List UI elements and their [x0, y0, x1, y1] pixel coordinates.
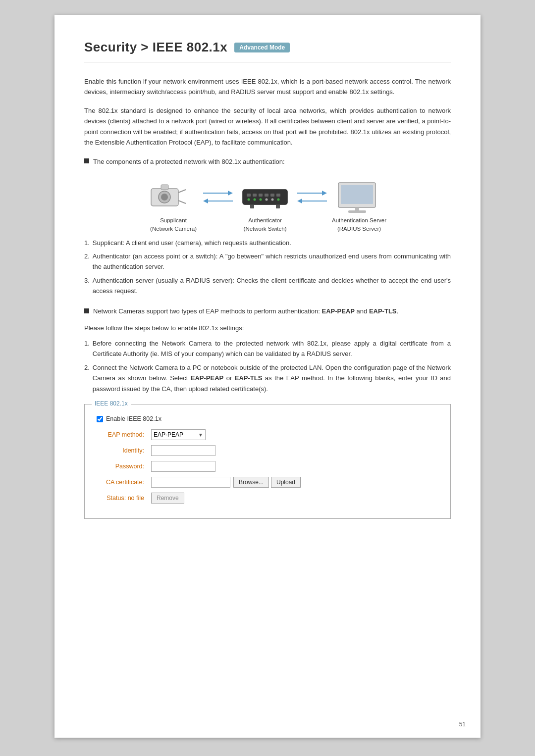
- supplicant-label: Supplicant (Network Camera): [150, 216, 197, 232]
- bullet-1-text: The components of a protected network wi…: [93, 157, 285, 167]
- bullet-square-icon-2: [84, 308, 89, 313]
- ca-cert-row: CA certificate: Browse... Upload: [97, 477, 438, 488]
- password-label: Password:: [97, 463, 151, 470]
- steps-intro: Please follow the steps below to enable …: [84, 323, 451, 333]
- status-row: Status: no file Remove: [97, 493, 438, 504]
- bullet-square-icon: [84, 158, 89, 163]
- diagram-container: Supplicant (Network Camera): [84, 179, 451, 232]
- identity-row: Identity:: [97, 445, 438, 456]
- page-header: Security > IEEE 802.1x Advanced Mode: [84, 40, 451, 62]
- list-item-2: 2. Authenticator (an access point or a s…: [84, 251, 451, 272]
- arrow-right-2: [297, 190, 327, 196]
- authserver-label: Authentication Server (RADIUS Server): [332, 216, 386, 232]
- browse-button[interactable]: Browse...: [233, 477, 269, 488]
- enable-label[interactable]: Enable IEEE 802.1x: [106, 415, 161, 422]
- switch-icon: [238, 179, 292, 213]
- identity-label: Identity:: [97, 447, 151, 454]
- ca-cert-input[interactable]: [151, 477, 230, 488]
- intro-paragraph-1: Enable this function if your network env…: [84, 76, 451, 98]
- chevron-down-icon: ▼: [198, 432, 203, 438]
- svg-rect-23: [355, 207, 359, 211]
- svg-rect-12: [276, 194, 280, 197]
- arrows-1: [203, 190, 233, 204]
- svg-line-4: [178, 190, 186, 193]
- ieee-box-title: IEEE 802.1x: [92, 400, 131, 407]
- advanced-mode-badge: Advanced Mode: [234, 43, 290, 52]
- intro-paragraph-2: The 802.1x standard is designed to enhan…: [84, 105, 451, 148]
- page-title: Security > IEEE 802.1x: [84, 40, 227, 55]
- diagram-auth-server: Authentication Server (RADIUS Server): [332, 179, 386, 232]
- ca-cert-label: CA certificate:: [97, 479, 151, 486]
- arrow-left-2: [297, 198, 327, 204]
- arrow-left-1: [203, 198, 233, 204]
- svg-point-17: [271, 199, 274, 201]
- svg-point-18: [277, 199, 280, 201]
- steps-list: 1. Before connecting the Network Camera …: [84, 338, 451, 394]
- svg-rect-22: [341, 185, 373, 204]
- svg-rect-9: [259, 194, 263, 197]
- svg-line-5: [178, 201, 186, 203]
- page-container: Security > IEEE 802.1x Advanced Mode Ena…: [54, 15, 481, 738]
- enable-checkbox[interactable]: [97, 416, 103, 422]
- arrow-right-1: [203, 190, 233, 196]
- svg-rect-10: [265, 194, 268, 197]
- svg-rect-11: [270, 194, 274, 197]
- svg-point-16: [266, 199, 268, 201]
- eap-bullet-text: Network Cameras support two types of EAP…: [93, 306, 398, 317]
- diagram-supplicant: Supplicant (Network Camera): [149, 179, 198, 232]
- password-row: Password:: [97, 461, 438, 472]
- upload-button[interactable]: Upload: [271, 477, 301, 488]
- svg-rect-8: [253, 194, 257, 197]
- list-item-3: 3. Authentication server (usually a RADI…: [84, 275, 451, 297]
- authenticator-label: Authenticator (Network Switch): [244, 216, 287, 232]
- svg-rect-6: [243, 190, 287, 204]
- svg-rect-24: [348, 210, 366, 213]
- svg-point-13: [248, 199, 250, 201]
- diagram-authenticator: Authenticator (Network Switch): [238, 179, 292, 232]
- page-number: 51: [459, 721, 466, 728]
- svg-rect-3: [161, 185, 168, 190]
- eap-method-row: EAP method: EAP-PEAP ▼: [97, 429, 438, 440]
- svg-point-2: [161, 194, 168, 201]
- remove-button[interactable]: Remove: [151, 493, 184, 504]
- monitor-icon: [334, 179, 384, 213]
- svg-rect-20: [276, 204, 280, 208]
- ieee-form-box: IEEE 802.1x Enable IEEE 802.1x EAP metho…: [84, 404, 451, 519]
- bullet-1: The components of a protected network wi…: [84, 157, 451, 167]
- enable-checkbox-row[interactable]: Enable IEEE 802.1x: [97, 415, 438, 422]
- status-label: Status: no file: [97, 495, 151, 502]
- identity-input[interactable]: [151, 445, 215, 456]
- arrows-2: [297, 190, 327, 204]
- step-1: 1. Before connecting the Network Camera …: [84, 338, 451, 359]
- numbered-list: 1. Supplicant: A client end user (camera…: [84, 238, 451, 297]
- list-item-1: 1. Supplicant: A client end user (camera…: [84, 238, 451, 248]
- step-2: 2. Connect the Network Camera to a PC or…: [84, 362, 451, 394]
- svg-rect-7: [247, 194, 251, 197]
- password-input[interactable]: [151, 461, 215, 472]
- svg-point-15: [260, 199, 262, 201]
- camera-icon: [149, 179, 198, 213]
- eap-method-label: EAP method:: [97, 431, 151, 438]
- eap-method-select[interactable]: EAP-PEAP ▼: [151, 429, 206, 440]
- svg-rect-19: [250, 204, 254, 208]
- svg-point-14: [254, 199, 256, 201]
- eap-bullet: Network Cameras support two types of EAP…: [84, 306, 451, 317]
